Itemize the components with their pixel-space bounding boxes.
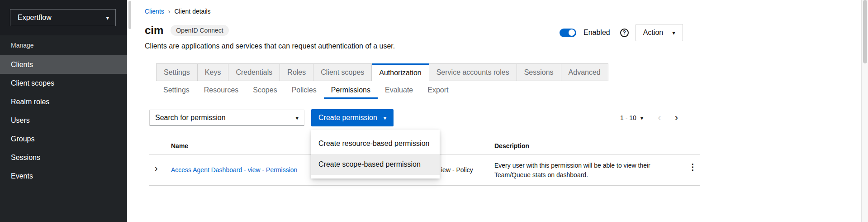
breadcrumb: Clients › Client details — [145, 8, 211, 15]
associated-policy-text: iew - Policy — [441, 166, 473, 174]
page-title: cim — [145, 24, 163, 37]
pagination-range-dropdown[interactable]: 1 - 10 ▾ — [620, 114, 643, 121]
sidebar-nav: Clients Client scopes Realm roles Users … — [0, 55, 127, 185]
breadcrumb-separator-icon: › — [168, 8, 171, 15]
subtab-policies[interactable]: Policies — [285, 83, 324, 99]
realm-selector-label: Expertflow — [18, 14, 52, 22]
search-permission-select[interactable]: Search for permission ▾ — [149, 110, 304, 126]
title-row: cim OpenID Connect — [145, 24, 229, 37]
tab-advanced[interactable]: Advanced — [561, 63, 608, 81]
permission-description: Every user with this permission will be … — [494, 161, 671, 180]
sidebar-scrollbar-thumb[interactable] — [128, 1, 131, 29]
chevron-down-icon: ▾ — [295, 115, 299, 121]
breadcrumb-link-clients[interactable]: Clients — [145, 8, 164, 15]
column-header-description: Description — [494, 142, 529, 150]
tab-service-accounts-roles[interactable]: Service accounts roles — [429, 63, 517, 81]
subtab-evaluate[interactable]: Evaluate — [378, 83, 420, 99]
create-permission-label: Create permission — [318, 114, 377, 122]
subtab-permissions[interactable]: Permissions — [324, 83, 378, 99]
subtab-resources[interactable]: Resources — [197, 83, 246, 99]
pagination-range-label: 1 - 10 — [620, 114, 636, 121]
menu-item-create-scope-based[interactable]: Create scope-based permission — [311, 154, 440, 175]
sidebar-item-realm-roles[interactable]: Realm roles — [0, 92, 127, 111]
chevron-down-icon: ▾ — [640, 115, 644, 121]
sidebar: Expertflow ▾ Manage Clients Client scope… — [0, 0, 127, 222]
page-description: Clients are applications and services th… — [145, 42, 395, 50]
column-header-name: Name — [171, 142, 188, 150]
pagination-prev-icon[interactable]: ‹ — [658, 113, 661, 123]
pagination-next-icon[interactable]: › — [675, 113, 678, 123]
tab-credentials[interactable]: Credentials — [228, 63, 280, 81]
help-icon[interactable]: ? — [620, 29, 629, 37]
tab-keys[interactable]: Keys — [198, 63, 229, 81]
tab-settings[interactable]: Settings — [156, 63, 198, 81]
page-scrollbar-thumb[interactable] — [863, 0, 867, 63]
subtab-settings[interactable]: Settings — [156, 83, 197, 99]
sidebar-item-sessions[interactable]: Sessions — [0, 148, 127, 167]
sidebar-item-users[interactable]: Users — [0, 111, 127, 130]
row-expand-icon[interactable]: › — [155, 163, 158, 174]
subtab-export[interactable]: Export — [420, 83, 455, 99]
action-dropdown-button[interactable]: Action ▾ — [636, 24, 683, 41]
menu-item-create-resource-based[interactable]: Create resource-based permission — [311, 133, 440, 154]
page-scrollbar-track[interactable] — [861, 0, 868, 222]
sidebar-item-groups[interactable]: Groups — [0, 130, 127, 148]
protocol-badge: OpenID Connect — [171, 25, 228, 36]
permission-name-link[interactable]: Access Agent Dashboard - view - Permissi… — [171, 166, 297, 174]
chevron-down-icon: ▾ — [672, 29, 675, 36]
tab-sessions[interactable]: Sessions — [517, 63, 561, 81]
row-kebab-icon[interactable]: ⋮ — [688, 162, 697, 172]
sidebar-item-events[interactable]: Events — [0, 167, 127, 185]
breadcrumb-current: Client details — [174, 8, 210, 15]
sidebar-item-clients[interactable]: Clients — [0, 55, 127, 74]
sidebar-item-client-scopes[interactable]: Client scopes — [0, 74, 127, 92]
header-actions: Enabled ? Action ▾ — [560, 24, 683, 41]
create-permission-menu: Create resource-based permission Create … — [311, 130, 440, 179]
chevron-down-icon: ▾ — [106, 14, 109, 21]
enabled-toggle[interactable] — [560, 29, 576, 37]
nav-section-title: Manage — [11, 42, 34, 49]
enabled-toggle-knob — [569, 29, 575, 36]
pagination: 1 - 10 ▾ ‹ › — [620, 109, 678, 126]
main-content: Clients › Client details cim OpenID Conn… — [133, 0, 861, 222]
tab-authorization[interactable]: Authorization — [372, 63, 429, 81]
tab-client-scopes[interactable]: Client scopes — [313, 63, 372, 81]
screen: Expertflow ▾ Manage Clients Client scope… — [0, 0, 868, 222]
subtab-scopes[interactable]: Scopes — [246, 83, 284, 99]
action-dropdown-label: Action — [643, 29, 663, 37]
chevron-down-icon: ▾ — [384, 115, 387, 121]
main-tabs: Settings Keys Credentials Roles Client s… — [156, 63, 608, 81]
create-permission-button[interactable]: Create permission ▾ — [311, 109, 394, 126]
search-permission-select-label: Search for permission — [155, 114, 226, 122]
enabled-label: Enabled — [583, 29, 610, 37]
tab-roles[interactable]: Roles — [280, 63, 313, 81]
authorization-sub-tabs: Settings Resources Scopes Policies Permi… — [156, 83, 455, 99]
realm-selector[interactable]: Expertflow ▾ — [10, 9, 116, 26]
